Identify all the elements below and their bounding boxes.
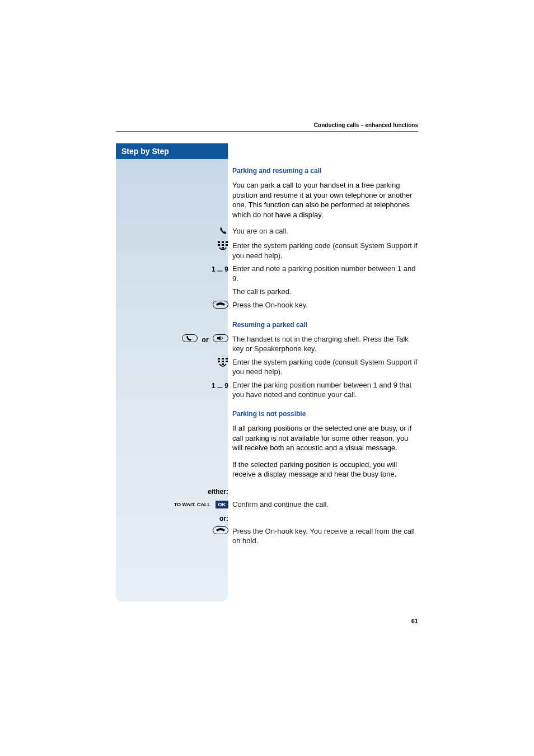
row-either: either: [232,486,420,496]
text-parking-code-2: Enter the system parking code (consult S… [232,357,419,377]
svg-rect-6 [222,247,224,249]
text-onhook-2: Press the On-hook key. You receive a rec… [232,526,419,546]
step-onhook-1: Press the On-hook key. [232,300,420,311]
para-notpossible-1: If all parking positions or the selected… [232,423,420,453]
either-label: either: [208,488,228,496]
svg-rect-13 [218,361,220,362]
ok-badge: OK [216,501,229,508]
step-resume-talkkey: or The handset is not in the charging sh… [232,334,420,354]
header-section: Conducting calls – enhanced functions [314,122,418,128]
text-onhook-1: Press the On-hook key. [232,300,419,310]
row-onhook-2: Press the On-hook key. You receive a rec… [232,526,420,546]
step-resume-number: 1 ... 9 Enter the parking position numbe… [232,380,420,400]
svg-rect-14 [222,361,224,362]
keypad-icon [217,241,228,255]
para-parking-intro: You can park a call to your handset in a… [232,180,420,220]
or-label: or: [219,515,228,522]
svg-rect-5 [226,244,228,246]
keypad-icon-2 [217,357,228,372]
talk-key-icon [182,334,198,344]
step-on-call: You are on a call. [232,226,420,237]
step-parking-code-1: Enter the system parking code (consult S… [232,241,420,260]
text-parking-number: Enter and note a parking position number… [232,264,419,283]
label-1-9-a: 1 ... 9 [212,265,228,273]
svg-rect-3 [218,244,220,246]
handset-icon [218,226,228,237]
text-wait-call: Confirm and continue the call. [232,500,419,510]
svg-rect-16 [222,363,224,365]
row-or: or: [232,513,420,523]
para-notpossible-2: If the selected parking position is occu… [232,460,420,479]
label-1-9-b: 1 ... 9 [212,382,228,390]
onhook-key-icon [213,301,228,311]
svg-rect-10 [218,358,220,360]
step-parking-number: 1 ... 9 Enter and note a parking positio… [232,264,420,283]
svg-rect-4 [222,244,224,246]
text-call-parked: The call is parked. [232,287,419,297]
page-number: 61 [411,618,418,624]
text-resume-number: Enter the parking position number betwee… [232,380,419,400]
svg-rect-1 [222,241,224,243]
step-parking-code-2: Enter the system parking code (consult S… [232,357,420,377]
text-resume-talkkey: The handset is not in the charging shell… [232,334,419,354]
header-rule [116,131,418,132]
heading-notpossible: Parking is not possible [232,410,420,418]
svg-rect-15 [226,361,228,362]
svg-rect-0 [218,241,220,243]
heading-resuming: Resuming a parked call [232,321,420,329]
svg-rect-8 [182,335,198,342]
text-parking-code-1: Enter the system parking code (consult S… [232,241,419,260]
onhook-key-icon-2 [213,526,228,536]
content: Parking and resuming a call You can park… [232,143,420,549]
row-wait-call: TO WAIT. CALL OK Confirm and continue th… [232,500,420,510]
or-word: or [202,336,209,344]
heading-parking: Parking and resuming a call [232,167,420,175]
svg-rect-11 [222,358,224,360]
page: Conducting calls – enhanced functions St… [0,0,534,756]
step-call-parked: The call is parked. [232,287,420,297]
sidebar-title: Step by Step [116,143,228,159]
speaker-key-icon [213,334,228,344]
wait-call-label: TO WAIT. CALL [174,502,210,507]
svg-rect-12 [226,358,228,360]
text-on-call: You are on a call. [232,226,419,236]
svg-rect-2 [226,241,228,243]
